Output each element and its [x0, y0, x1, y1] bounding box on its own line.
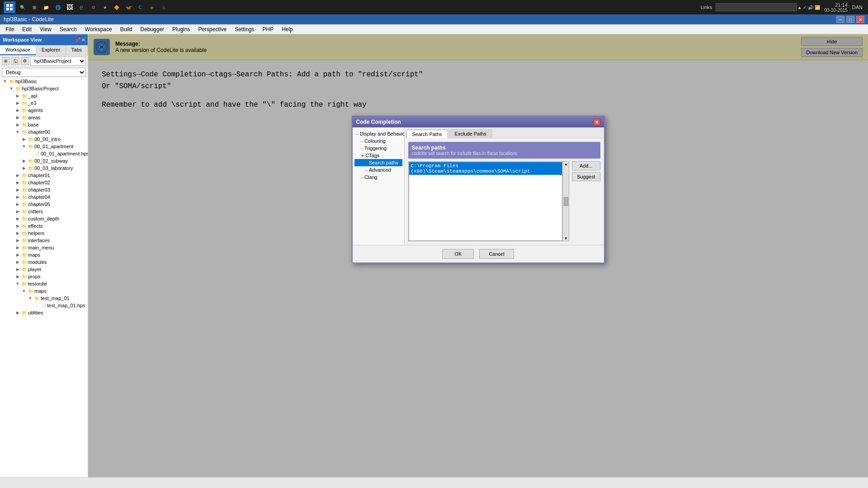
menu-workspace[interactable]: Workspace [81, 25, 116, 33]
tree-toggle: ▶ [14, 101, 21, 105]
list-item[interactable]: ▶ 📁 main_menu [0, 244, 88, 251]
list-item[interactable]: ▼ 📁 testordie [0, 280, 88, 287]
menu-php[interactable]: PHP [259, 25, 278, 33]
tree-item-interfaces[interactable]: ▶ 📁 interfaces [0, 237, 88, 244]
tree-toggle-icon: ─ [365, 161, 368, 165]
tab-workspace[interactable]: Workspace [0, 45, 36, 55]
list-item[interactable]: ▶ 📁 00_00_intro [0, 136, 88, 143]
tree-toggle: ▼ [14, 282, 21, 286]
list-item[interactable]: ▶ 📁 chapter02 [0, 179, 88, 186]
list-item[interactable]: ▶ 📁 utilities [0, 309, 88, 316]
list-item[interactable]: ▶ 📁 _api [0, 92, 88, 99]
dialog-tree-item-ctags[interactable]: ▼CTags [354, 152, 402, 159]
app1-icon[interactable]: 🖼 [65, 3, 74, 12]
dialog-tree-item-triggering[interactable]: ─Triggering [354, 145, 402, 152]
task-view-icon[interactable]: ⊞ [30, 3, 39, 12]
workspace-pin-icon[interactable]: 📌 [75, 38, 80, 42]
cancel-button[interactable]: Cancel [479, 249, 514, 259]
file-explorer-icon[interactable]: 📁 [42, 3, 51, 12]
dialog-tree-item-search-paths[interactable]: ─Search paths [354, 159, 402, 166]
app6-icon[interactable]: C [136, 3, 145, 12]
list-item[interactable]: ▶ 📁 chapter03 [0, 186, 88, 193]
path-item[interactable]: C:\Program Files (x86)\Steam\steamapps\c… [409, 162, 562, 175]
menu-build[interactable]: Build [117, 25, 136, 33]
list-item[interactable]: ▶ 📁 props [0, 273, 88, 280]
scrollbar-down-icon[interactable]: ▼ [564, 236, 568, 240]
list-item[interactable]: ▶ 📁 player [0, 266, 88, 273]
menu-search[interactable]: Search [56, 25, 80, 33]
search-taskbar-icon[interactable]: 🔍 [18, 3, 27, 12]
menu-help[interactable]: Help [278, 25, 297, 33]
code-completion-dialog: Code Completion ✕ ─Display and Behavior … [352, 116, 605, 263]
tree-item-effects[interactable]: ▶ 📁 effects [0, 222, 88, 230]
maximize-button[interactable]: □ [846, 16, 854, 23]
app5-icon[interactable]: 🔶 [112, 3, 121, 12]
workspace-close-icon[interactable]: ✕ [81, 38, 85, 42]
list-item[interactable]: ▶ 📁 modules [0, 258, 88, 266]
config-dropdown[interactable]: Debug [2, 68, 86, 77]
minimize-button[interactable]: ─ [836, 16, 844, 23]
list-item[interactable]: ▼ 📁 00_01_apartment [0, 143, 88, 150]
list-item[interactable]: ▶ 📁 chapter05 [0, 201, 88, 208]
list-item[interactable]: ▶ 📁 chapter04 [0, 193, 88, 201]
tree-item-hpl3basic[interactable]: ▼ 📁 hpl3Basic [0, 78, 88, 85]
chrome-icon[interactable]: 🌐 [53, 3, 62, 12]
tab-exclude-paths[interactable]: Exclude Paths [449, 129, 492, 138]
list-item[interactable]: ▶ 📁 helpers [0, 230, 88, 237]
taskbar-search-input[interactable] [716, 3, 797, 11]
dialog-tree-item-advanced[interactable]: ─Advanced [354, 166, 402, 174]
menu-settings[interactable]: Settings [231, 25, 258, 33]
suggest-button[interactable]: Suggest [572, 172, 600, 181]
list-item[interactable]: ▶ 📁 00_02_subway [0, 157, 88, 164]
scrollbar-up-icon[interactable]: ▲ [564, 162, 568, 166]
app2-icon[interactable]: e [77, 3, 86, 12]
list-item[interactable]: ▶ 📁 00_03_laboratory [0, 164, 88, 172]
list-item[interactable]: ▶ 📁 chapter01 [0, 172, 88, 179]
add-path-button[interactable]: Add... [572, 161, 600, 170]
dialog-tree-item-clang[interactable]: ─Clang [354, 174, 402, 181]
tree-item-project[interactable]: ▼ 📁 hpl3BasicProject [0, 85, 88, 92]
list-item[interactable]: ▶ 📁 base [0, 121, 88, 128]
list-item[interactable]: ▶ 📁 agents [0, 107, 88, 114]
folder-icon: 📁 [21, 194, 28, 200]
tab-tabs[interactable]: Tabs [66, 45, 88, 55]
menu-edit[interactable]: Edit [19, 25, 35, 33]
menu-perspective[interactable]: Perspective [194, 25, 230, 33]
project-dropdown[interactable]: hpl3BasicProject [30, 56, 86, 66]
dialog-close-button[interactable]: ✕ [593, 118, 600, 126]
ws-tool-new[interactable]: ⊕ [2, 57, 10, 65]
dialog-tree-item-colouring[interactable]: ─Colouring [354, 137, 402, 145]
menu-file[interactable]: File [2, 25, 18, 33]
svg-rect-0 [6, 4, 9, 7]
ok-button[interactable]: OK [442, 249, 474, 259]
ws-tool-settings[interactable]: ⚙ [21, 57, 29, 65]
list-item[interactable]: ▶ 📁 custom_depth [0, 215, 88, 222]
tree-toggle: ▶ [14, 195, 21, 199]
list-item[interactable]: ▼ 📁 chapter00 [0, 128, 88, 136]
list-item[interactable]: ▶ 📁 critters [0, 208, 88, 215]
windows-start-icon[interactable] [4, 1, 15, 13]
tab-search-paths[interactable]: Search Paths [406, 130, 448, 138]
list-item[interactable]: ▶ 📁 areas [0, 114, 88, 121]
list-item[interactable]: ▼ 📁 maps [0, 287, 88, 295]
list-item[interactable]: ▶ 📁 maps [0, 251, 88, 258]
steam-icon[interactable]: ♨ [159, 3, 168, 12]
list-item[interactable]: ▼ 📁 test_map_01 [0, 295, 88, 302]
tree-toggle: ▶ [21, 137, 27, 141]
folder-icon: 📁 [33, 295, 41, 301]
menu-view[interactable]: View [36, 25, 55, 33]
menu-plugins[interactable]: Plugins [169, 25, 193, 33]
app4-icon[interactable]: ★ [100, 3, 109, 12]
close-button[interactable]: ✕ [856, 16, 864, 23]
list-item[interactable]: 📄 test_map_01.hps [0, 302, 88, 309]
tree-toggle-icon: ─ [365, 168, 368, 173]
tab-explorer[interactable]: Explorer [36, 45, 66, 55]
app7-icon[interactable]: ◈ [147, 3, 156, 12]
list-item[interactable]: 📄 00_01_apartment.hps [0, 150, 88, 157]
butterfly-icon[interactable]: 🦋 [124, 3, 133, 12]
dialog-tree-item-display[interactable]: ─Display and Behavior [354, 130, 402, 137]
app3-icon[interactable]: ⚙ [89, 3, 98, 12]
ws-tool-home[interactable]: 🏠 [11, 57, 19, 65]
menu-debugger[interactable]: Debugger [137, 25, 168, 33]
list-item[interactable]: ▶ 📁 _e3 [0, 99, 88, 107]
